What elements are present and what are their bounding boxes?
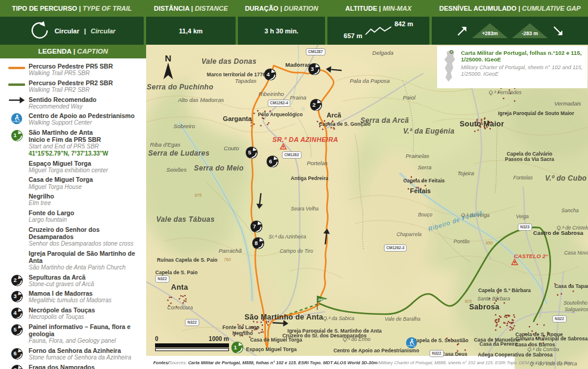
direction-arrow-icon (325, 63, 342, 75)
poi-marker-1-icon: 1 (5, 129, 29, 142)
legend-item: 4Necrópole das TouçasNecropolis of Touça… (0, 305, 146, 322)
map-label: Madorras (286, 61, 311, 68)
legend-icon-spacer (5, 209, 29, 210)
arrow-down-right-icon (552, 25, 564, 37)
legend-item: 7Fraga dos NamoradosNamorados cliffs (0, 362, 146, 369)
legend-item: 5Painel informativo – Fauna, flora e geo… (0, 322, 146, 346)
legend-item: Fonte do LargoLargo fountain (0, 208, 146, 225)
altitude-max: 842 m (395, 20, 413, 27)
legend-icon-spacer (5, 250, 29, 250)
legend-panel: LEGENDA | CAPTION Percurso Pedestre PR5 … (0, 45, 146, 369)
walking-support-center-map-icon (406, 337, 417, 351)
svg-text:7: 7 (13, 367, 16, 369)
map-label: Casa da Pereira (479, 341, 518, 347)
star-symbol: ☆ (301, 106, 306, 112)
svg-text:6: 6 (269, 158, 272, 165)
map-label: Praina (290, 94, 306, 101)
map-label: Parrachã (219, 247, 242, 254)
scale-bar-black (155, 343, 229, 348)
map-label: 650 (485, 241, 493, 245)
gain-triangle: +283m (472, 23, 508, 38)
distance-title: DISTÂNCIA | DISTANCE (146, 0, 236, 16)
header-col-altitude: ALTITUDE | MIN-MAX 657 m 842 m (327, 0, 429, 45)
map-label: Sabrosa (469, 303, 500, 311)
map-marker-5: 5 (245, 146, 258, 162)
map-label: V.º do Cubo (545, 174, 587, 182)
map-label: Antiga Pedreira (291, 175, 329, 181)
map-label: Anta (171, 283, 188, 292)
trail-type-value: Circular | Circular (0, 17, 144, 45)
gap-value: +283m -283 m (432, 17, 588, 45)
legend-item-text: Cruzeiro do Senhor dos DesamparadosSenho… (29, 226, 144, 247)
trail-type-title: TIPO DE PERCURSO | TYPE OF TRAIL (0, 0, 144, 16)
map-label: Veiga (516, 213, 528, 219)
arrow-up-right-icon (456, 25, 468, 37)
map-label: Cruzeiro do Sr. dos Desamparados (282, 333, 366, 339)
map-label: Couto (224, 145, 239, 151)
map-marker-4: 4 (264, 68, 277, 83)
svg-text:2: 2 (312, 101, 315, 108)
map-label: Negrilho (233, 330, 253, 336)
info-header: TIPO DE PERCURSO | TYPE OF TRAIL Circula… (0, 0, 588, 45)
map-label: Souto Maior (460, 120, 504, 128)
credit-text-en: Military Charter of Portugal, sheets n° … (461, 64, 585, 77)
duration-value: 3 h 30 min. (238, 17, 325, 45)
svg-text:6: 6 (13, 351, 16, 356)
map-credit-box: Carta Militar de Portugal, folhas n.°102… (437, 46, 587, 88)
legend-item: Percurso Pedestre PR5 SBRWalking Trail P… (0, 61, 146, 78)
poi-marker-5-icon: 5 (5, 323, 29, 336)
elevation-profile-icon (365, 25, 392, 37)
map-label: 625 (465, 299, 472, 303)
map-label: Vale de Baralha (385, 316, 420, 322)
map-label: Campo de Tiro (280, 248, 313, 254)
map-label: Ruínas Capela de S. Paio (157, 257, 218, 263)
map-label: Sr.ª da Azinheira (269, 234, 307, 240)
svg-text:4: 4 (13, 310, 17, 316)
map-label: Casa Deus (441, 351, 467, 357)
legend-list: Percurso Pedestre PR5 SBRWalking Trail P… (0, 58, 146, 369)
map-label: Garganta (223, 115, 252, 122)
poi-marker-6-icon: 6 (5, 347, 29, 360)
legend-item: Cruzeiro do Senhor dos DesamparadosSenho… (0, 225, 146, 249)
svg-text:1: 1 (234, 344, 237, 351)
loss-value: -283 m (522, 30, 538, 38)
road-sign: CM1262-3 (384, 244, 407, 252)
legend-item-text: Espaço Miguel TorgaMiguel Torga exhibiti… (29, 160, 144, 174)
legend-item: 6Forno da Senhora da AzinheiraStone furn… (0, 346, 146, 362)
svg-text:8: 8 (255, 240, 258, 246)
map-marker-2: 2 (310, 98, 323, 114)
map-label: Alto das Madorras (178, 97, 224, 103)
pr2-trail-line-icon (5, 79, 29, 86)
map-label: Prainelas (406, 153, 429, 159)
direction-arrow-icon (253, 192, 265, 210)
map-label: Soutelinho (564, 300, 587, 306)
legend-item-text: Igreja Paroquial de São Martinho de Anta… (29, 250, 144, 271)
svg-text:1: 1 (13, 132, 16, 138)
map-label: Sancha (562, 207, 579, 213)
distance-value: 11,4 km (146, 17, 236, 45)
scale-max: 1000 m (209, 336, 229, 342)
legend-icon-spacer (5, 226, 29, 227)
map-label: Bouço (418, 212, 432, 218)
pr2-start-flag: PR2 (316, 295, 328, 313)
road-sign: N323 (518, 224, 532, 231)
map-label: Fontelas (513, 175, 533, 181)
legend-item: Sentido RecomendadoRecommended Way (0, 95, 146, 111)
pr5-trail-line-icon (5, 63, 29, 69)
map-label: Marco territorial de 1776 (207, 72, 265, 77)
map-label: Fonte do Largo (222, 324, 259, 330)
map-label: Serra do Meio (194, 164, 243, 172)
sources-line: Fontes/Sources: Carta Militar de Portuga… (146, 356, 515, 369)
legend-item-text: Casa de Miguel TorgaMiguel Torga House (29, 176, 144, 190)
legend-item-text: Fonte do LargoLargo fountain (29, 209, 144, 224)
map-label: Chaparrela (397, 231, 422, 237)
map-label: Serra de Ludares (148, 149, 210, 157)
map-overlay: N 01000 m Carta Militar de Portugal, fol… (146, 45, 588, 369)
legend-title: LEGENDA | CAPTION (0, 45, 146, 58)
north-compass-icon: N (160, 54, 176, 82)
map-label: Pontão (454, 238, 470, 244)
map-marker-7: 7 (250, 220, 263, 235)
legend-item-text: Fraga dos NamoradosNamorados cliffs (29, 364, 144, 369)
map-marker-1: 1 (231, 341, 244, 356)
scale-bar-white (155, 348, 229, 351)
